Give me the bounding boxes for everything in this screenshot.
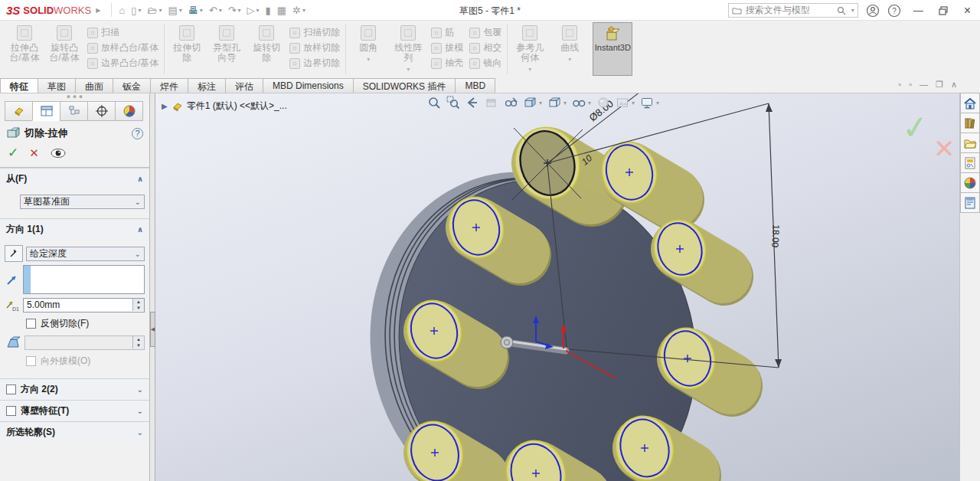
print-icon[interactable]: 🖶▾ — [186, 3, 205, 18]
feature-tree-flyout[interactable]: ▶ 零件1 (默认) <<默认>_... — [162, 100, 287, 113]
flyout-expand-icon[interactable]: ▶ — [162, 102, 168, 110]
reverse-direction-button[interactable] — [5, 245, 23, 262]
ribbon-button-异型孔向导[interactable]: 异型孔向导 — [207, 22, 247, 76]
search-input[interactable]: 搜索文件与模型 ▾ — [728, 3, 858, 18]
brand-flyout-arrow[interactable]: ▶ — [96, 7, 100, 14]
tab-property-manager[interactable] — [32, 101, 60, 121]
ribbon-button-拉伸切除[interactable]: 拉伸切除 — [167, 22, 207, 76]
tab-dimxpert[interactable] — [87, 101, 116, 121]
search-icon[interactable] — [837, 6, 846, 15]
ribbon-button-边界切除[interactable]: 边界切除 — [289, 57, 340, 70]
section-view-icon[interactable] — [485, 96, 498, 110]
ribbon-button-旋转凸台/基体[interactable]: 旋转凸台/基体 — [44, 22, 84, 76]
section-direction1-header[interactable]: 方向 1(1)∧ — [0, 218, 149, 240]
ribbon-button-放样切除[interactable]: 放样切除 — [289, 41, 340, 54]
ribbon-button-扫描[interactable]: 扫描 — [87, 26, 158, 39]
ribbon-button-放样凸台/基体[interactable]: 放样凸台/基体 — [87, 41, 158, 54]
panel-splitter[interactable]: ◀ — [150, 93, 155, 481]
pm-cancel-button[interactable]: ✕ — [29, 146, 39, 160]
ribbon-button-筋[interactable]: 筋 — [431, 26, 463, 39]
doc-minimize-icon[interactable]: — — [920, 80, 928, 90]
appearances-icon[interactable] — [960, 172, 980, 193]
section-thin-feature-header[interactable]: 薄壁特征(T)⌄ — [0, 400, 149, 421]
flip-side-checkbox[interactable]: 反侧切除(F) — [26, 317, 145, 330]
ribbon-button-拔模[interactable]: 拔模 — [431, 41, 463, 54]
thin-feature-checkbox[interactable] — [6, 406, 16, 416]
end-condition-select[interactable]: 给定深度⌄ — [26, 247, 145, 261]
redo-icon[interactable]: ↷▾ — [226, 3, 243, 18]
display-style-icon[interactable]: ▾ — [547, 96, 567, 110]
pm-preview-eye-icon[interactable] — [50, 148, 67, 159]
ribbon-button-镜向[interactable]: 镜向 — [469, 57, 501, 70]
tab-焊件[interactable]: 焊件 — [150, 78, 188, 93]
depth-spinner[interactable]: 5.00mm ▲▼ — [23, 298, 145, 312]
custom-properties-icon[interactable] — [960, 192, 980, 213]
ribbon-button-线性阵列[interactable]: 线性阵列▾ — [388, 22, 428, 76]
tab-特征[interactable]: 特征 — [0, 78, 38, 93]
tab-标注[interactable]: 标注 — [188, 78, 226, 93]
tab-MBD[interactable]: MBD — [455, 78, 495, 93]
panel-grip[interactable]: ● ● ● — [0, 93, 149, 101]
filter-icon[interactable]: ▮ — [263, 3, 273, 18]
close-button[interactable]: × — [959, 4, 975, 18]
ribbon-button-拉伸凸台/基体[interactable]: 拉伸凸台/基体 — [5, 22, 44, 76]
tab-曲面[interactable]: 曲面 — [75, 78, 113, 93]
home-icon[interactable]: ⌂ — [116, 3, 127, 18]
design-library-icon[interactable] — [960, 113, 980, 133]
restore-button[interactable] — [939, 6, 949, 15]
viewport-cancel-icon[interactable]: ✕ — [933, 133, 956, 164]
help-icon[interactable]: ? — [887, 4, 901, 18]
apply-scene-icon[interactable]: ▾ — [616, 96, 635, 110]
section-selected-contours-header[interactable]: 所选轮廓(S)⌄ — [0, 421, 149, 443]
tab-feature-tree[interactable] — [5, 101, 33, 121]
user-account-icon[interactable] — [866, 4, 880, 18]
section-direction2-header[interactable]: 方向 2(2)⌄ — [0, 378, 149, 400]
view-palette-icon[interactable] — [960, 152, 980, 173]
viewport-accept-icon[interactable]: ✓ — [900, 107, 931, 147]
open-icon[interactable]: 🗁▾ — [145, 3, 164, 18]
save-icon[interactable]: ▤▾ — [165, 3, 184, 18]
section-from-header[interactable]: 从(F)∧ — [0, 168, 149, 189]
rebuild-icon[interactable]: ▦ — [275, 3, 289, 18]
tab-MBD Dimensions[interactable]: MBD Dimensions — [263, 78, 354, 93]
direction-reference-listbox[interactable] — [23, 265, 145, 294]
edit-appearance-icon[interactable] — [596, 96, 610, 110]
options-gear-icon[interactable]: ✲▾ — [290, 3, 308, 18]
ribbon-button-相交[interactable]: 相交 — [469, 41, 501, 54]
ribbon-collapse-icon[interactable]: ∧ — [951, 80, 957, 90]
hide-show-items-icon[interactable]: ▾ — [572, 96, 591, 110]
pm-ok-button[interactable]: ✓ — [8, 145, 18, 161]
select-icon[interactable]: ▷▾ — [245, 3, 262, 18]
minimize-button[interactable]: — — [909, 5, 928, 16]
new-icon[interactable]: ▯▾ — [129, 3, 143, 18]
ribbon-button-圆角[interactable]: 圆角▾ — [348, 22, 388, 76]
zoom-area-icon[interactable] — [446, 96, 460, 110]
tab-评估[interactable]: 评估 — [225, 78, 263, 93]
doc-ghost2-icon[interactable]: ▫ — [909, 80, 912, 90]
from-condition-select[interactable]: 草图基准面⌄ — [20, 195, 145, 209]
pm-help-icon[interactable]: ? — [132, 128, 143, 139]
search-dropdown-arrow[interactable]: ▾ — [851, 7, 854, 14]
ribbon-button-曲线[interactable]: 曲线▾ — [550, 22, 590, 76]
ribbon-button-边界凸台/基体[interactable]: 边界凸台/基体 — [87, 57, 158, 70]
doc-restore-icon[interactable]: ❐ — [936, 80, 943, 90]
direction2-checkbox[interactable] — [6, 384, 16, 394]
tab-SOLIDWORKS 插件[interactable]: SOLIDWORKS 插件 — [353, 78, 456, 93]
undo-icon[interactable]: ↶▾ — [207, 3, 224, 18]
tab-钣金[interactable]: 钣金 — [113, 78, 151, 93]
ribbon-button-参考几何体[interactable]: 参考几何体▾ — [510, 22, 550, 76]
ribbon-button-抽壳[interactable]: 抽壳 — [431, 57, 463, 70]
file-explorer-icon[interactable] — [960, 133, 980, 153]
ribbon-button-旋转切除[interactable]: 旋转切除 — [247, 22, 286, 76]
previous-view-icon[interactable] — [466, 96, 479, 110]
tab-草图[interactable]: 草图 — [38, 78, 76, 93]
instant3d-button[interactable]: Instant3D — [593, 22, 632, 76]
tab-display-manager[interactable] — [115, 101, 143, 121]
ribbon-button-包覆[interactable]: 包覆 — [469, 26, 501, 39]
view-settings-icon[interactable]: ▾ — [640, 96, 659, 110]
zoom-fit-icon[interactable] — [427, 96, 441, 110]
ribbon-button-扫描切除[interactable]: 扫描切除 — [289, 26, 340, 39]
annotation-view-icon[interactable] — [504, 96, 518, 110]
doc-ghost-icon[interactable]: ▫ — [898, 80, 901, 90]
graphics-viewport[interactable]: Ø8.001018.00 ▶ 零件1 (默认) <<默认>_... ▾▾▾▾▾ … — [155, 93, 959, 481]
